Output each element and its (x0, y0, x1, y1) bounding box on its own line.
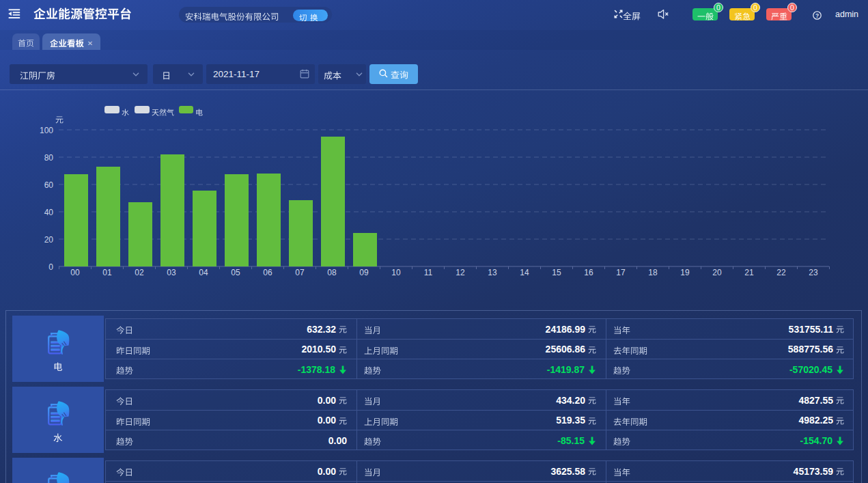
svg-text:?: ? (815, 12, 818, 18)
